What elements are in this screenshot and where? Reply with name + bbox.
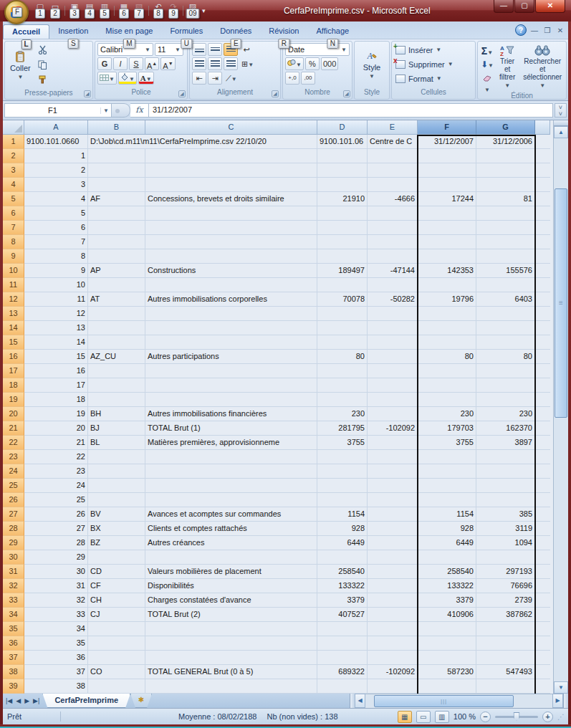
select-all-button[interactable] — [3, 120, 24, 135]
cell[interactable] — [418, 636, 476, 651]
cell[interactable]: 26 — [24, 507, 88, 522]
cell[interactable]: 3897 — [476, 436, 535, 450]
cell[interactable] — [535, 593, 550, 608]
cell[interactable]: 19 — [24, 407, 88, 421]
cell[interactable]: -102092 — [368, 665, 418, 679]
cell[interactable] — [317, 178, 368, 192]
cell[interactable]: 21 — [24, 436, 88, 450]
cell[interactable]: 16 — [24, 364, 88, 378]
column-header-A[interactable]: A — [24, 120, 88, 135]
zoom-slider-thumb[interactable] — [514, 712, 520, 721]
cell[interactable]: Matières premières, approvisionneme — [145, 436, 317, 450]
cell[interactable] — [145, 679, 317, 694]
cell[interactable]: AF — [88, 192, 145, 206]
align-middle-button[interactable] — [208, 43, 222, 56]
resize-grip[interactable]: ⋰ — [557, 713, 564, 721]
cell[interactable]: 3379 — [317, 593, 368, 608]
row-header-13[interactable]: 13 — [3, 307, 24, 321]
column-header-G[interactable]: G — [476, 120, 535, 135]
cell[interactable] — [535, 550, 550, 565]
cell[interactable] — [88, 335, 145, 350]
cell[interactable] — [418, 651, 476, 665]
cell[interactable] — [317, 163, 368, 178]
first-sheet-button[interactable]: |◀ — [6, 697, 12, 704]
cell[interactable] — [317, 493, 368, 507]
cell[interactable]: AT — [88, 292, 145, 307]
cell[interactable] — [145, 249, 317, 264]
cell[interactable]: BX — [88, 522, 145, 536]
cell[interactable]: 13 — [24, 321, 88, 335]
cell[interactable] — [317, 622, 368, 636]
percent-button[interactable]: % — [305, 57, 320, 70]
zoom-out-button[interactable]: − — [480, 712, 491, 722]
cell[interactable]: 31/12/2006 — [476, 135, 535, 149]
cell[interactable] — [418, 149, 476, 163]
zoom-slider-track[interactable] — [495, 716, 538, 718]
cell[interactable] — [88, 493, 145, 507]
row-header-31[interactable]: 31 — [3, 565, 24, 579]
cell[interactable] — [317, 393, 368, 407]
cell[interactable] — [88, 679, 145, 694]
cell[interactable] — [476, 221, 535, 235]
maximize-button[interactable]: ▢ — [514, 0, 534, 13]
cell[interactable] — [317, 651, 368, 665]
delete-cells-button[interactable]: Supprimer▼ — [394, 57, 473, 71]
vertical-split-handle[interactable] — [554, 120, 568, 126]
cell[interactable]: 928 — [418, 522, 476, 536]
cell[interactable]: 281795 — [317, 421, 368, 436]
cell[interactable]: CH — [88, 593, 145, 608]
cell[interactable] — [368, 464, 418, 479]
cell[interactable]: 76696 — [476, 579, 535, 593]
cell[interactable]: 1154 — [418, 507, 476, 522]
cell[interactable] — [145, 206, 317, 221]
formula-input[interactable]: 31/12/2007 — [149, 103, 553, 118]
cell[interactable]: AZ_CU — [88, 350, 145, 364]
cell[interactable] — [368, 636, 418, 651]
cell[interactable] — [145, 149, 317, 163]
cell[interactable] — [88, 479, 145, 493]
cell[interactable] — [418, 206, 476, 221]
cell[interactable]: TOTAL Brut (2) — [145, 608, 317, 622]
tab-formules[interactable]: FormulesU — [161, 24, 211, 39]
row-header-24[interactable]: 24 — [3, 464, 24, 479]
cell[interactable]: 385 — [476, 507, 535, 522]
font-dialog-launcher[interactable]: ◢ — [178, 90, 186, 97]
row-header-33[interactable]: 33 — [3, 593, 24, 608]
cell[interactable] — [368, 479, 418, 493]
grow-font-button[interactable]: A▲ — [145, 57, 159, 70]
cell[interactable]: 1094 — [476, 536, 535, 550]
workbook-restore-button[interactable]: ❐ — [542, 27, 552, 34]
cell[interactable] — [317, 221, 368, 235]
row-header-8[interactable]: 8 — [3, 235, 24, 249]
cell[interactable] — [368, 679, 418, 694]
row-header-36[interactable]: 36 — [3, 636, 24, 651]
cell[interactable] — [368, 378, 418, 393]
cell[interactable] — [368, 436, 418, 450]
cell[interactable] — [476, 307, 535, 321]
cell[interactable] — [418, 278, 476, 292]
tab-donn-es[interactable]: DonnéesE — [211, 24, 260, 39]
cell[interactable]: 80 — [476, 350, 535, 364]
cell[interactable]: Autres immobilisations financières — [145, 407, 317, 421]
cell[interactable]: 258540 — [418, 565, 476, 579]
cell[interactable]: Charges constatées d'avance — [145, 593, 317, 608]
cell[interactable] — [535, 393, 550, 407]
cell[interactable] — [88, 550, 145, 565]
cell[interactable] — [88, 163, 145, 178]
cell[interactable] — [535, 450, 550, 464]
fill-color-button[interactable]: ▼ — [118, 72, 137, 85]
cell[interactable]: 24 — [24, 479, 88, 493]
cell[interactable] — [145, 235, 317, 249]
cell[interactable] — [145, 221, 317, 235]
cell[interactable]: CD — [88, 565, 145, 579]
cell[interactable] — [368, 163, 418, 178]
row-header-32[interactable]: 32 — [3, 579, 24, 593]
cell[interactable]: 5 — [24, 206, 88, 221]
cell[interactable]: 3755 — [317, 436, 368, 450]
cell[interactable] — [476, 679, 535, 694]
cell[interactable] — [145, 550, 317, 565]
cell[interactable]: AP — [88, 264, 145, 278]
row-header-25[interactable]: 25 — [3, 479, 24, 493]
cell[interactable] — [535, 493, 550, 507]
vertical-scroll-track[interactable] — [554, 138, 568, 681]
